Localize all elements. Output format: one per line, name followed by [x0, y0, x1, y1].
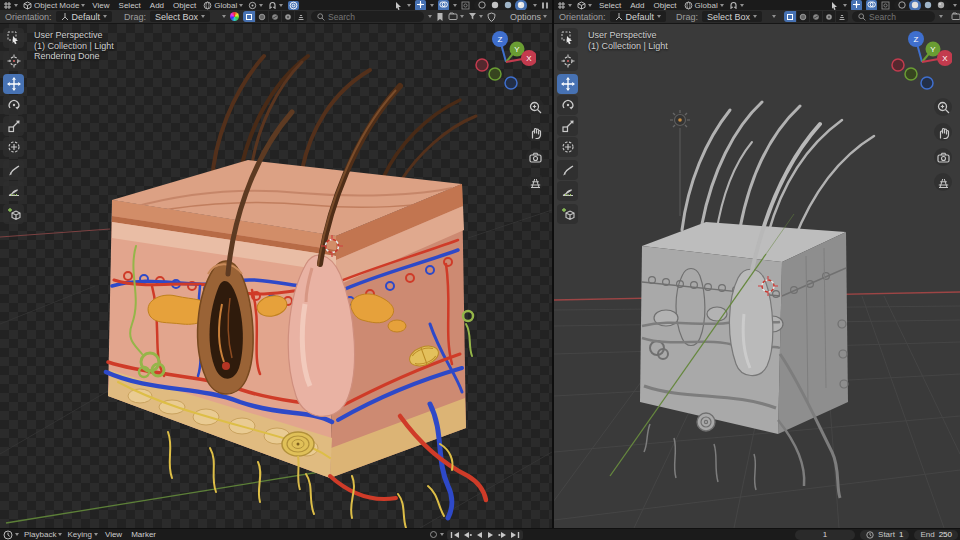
color-wheel-icon[interactable] — [230, 12, 239, 21]
orientation-select[interactable]: Default — [56, 11, 113, 22]
search-input[interactable] — [328, 12, 418, 22]
transform-orientation-dropdown[interactable]: Global — [684, 1, 724, 10]
camera-view-button[interactable] — [934, 148, 952, 166]
xray-toggle-icon[interactable] — [461, 1, 470, 10]
zoom-button[interactable] — [526, 98, 544, 116]
overlays-toggle[interactable] — [438, 0, 449, 10]
tool-measure[interactable] — [557, 181, 578, 201]
tool-select-box[interactable] — [557, 28, 578, 48]
tool-annotate[interactable] — [3, 160, 24, 180]
menu-keying[interactable]: Keying — [67, 530, 97, 539]
shading-rendered-button[interactable] — [935, 0, 947, 10]
pan-hand-button[interactable] — [526, 123, 544, 141]
collection-dropdown[interactable] — [951, 12, 960, 21]
menu-playback[interactable]: Playback — [24, 530, 62, 539]
shading-rendered-button[interactable] — [515, 0, 527, 10]
tool-transform[interactable] — [3, 137, 24, 157]
toggle-vertex[interactable] — [256, 11, 268, 22]
transform-orientation-dropdown[interactable]: Global — [203, 1, 243, 10]
tool-rotate[interactable] — [557, 95, 578, 115]
tool-select-box[interactable] — [3, 28, 24, 48]
next-keyframe-button[interactable] — [497, 530, 509, 540]
menu-object[interactable]: Object — [171, 1, 198, 10]
search-input[interactable] — [869, 12, 929, 22]
toggle-increment[interactable] — [243, 11, 255, 22]
tool-move[interactable] — [3, 74, 24, 94]
menu-marker[interactable]: Marker — [129, 530, 158, 539]
menu-view[interactable]: View — [103, 530, 124, 539]
tool-annotate[interactable] — [557, 160, 578, 180]
tool-add-cube[interactable] — [3, 204, 24, 224]
toggle-increment[interactable] — [784, 11, 796, 22]
xray-toggle-icon[interactable] — [881, 1, 890, 10]
toggle-vertex[interactable] — [797, 11, 809, 22]
proportional-edit-toggle[interactable] — [288, 1, 299, 10]
toggle-face[interactable] — [282, 11, 294, 22]
shield-icon[interactable] — [487, 12, 496, 22]
toggle-volume[interactable] — [295, 11, 307, 22]
menu-object[interactable]: Object — [651, 1, 678, 10]
shading-wireframe-button[interactable] — [896, 0, 908, 10]
shading-material-button[interactable] — [922, 0, 934, 10]
play-reverse-button[interactable] — [473, 530, 485, 540]
toggle-face[interactable] — [823, 11, 835, 22]
prev-keyframe-button[interactable] — [461, 530, 473, 540]
tool-cursor[interactable] — [557, 51, 578, 71]
jump-to-start-button[interactable] — [449, 530, 461, 540]
start-frame-field[interactable]: Start 1 — [860, 530, 909, 540]
tool-move[interactable] — [557, 74, 578, 94]
toggle-volume[interactable] — [836, 11, 848, 22]
perspective-toggle-button[interactable] — [526, 173, 544, 191]
viewport-canvas-right[interactable]: User Perspective (1) Collection | Light — [554, 24, 960, 528]
collection-dropdown[interactable] — [448, 12, 464, 21]
chevron-down-icon[interactable] — [440, 533, 444, 536]
menu-add[interactable]: Add — [148, 1, 166, 10]
jump-to-end-button[interactable] — [509, 530, 521, 540]
play-button[interactable] — [485, 530, 497, 540]
menu-select[interactable]: Select — [117, 1, 143, 10]
chevron-down-icon[interactable] — [222, 15, 226, 18]
drag-select[interactable]: Select Box — [702, 11, 762, 22]
menu-view[interactable]: View — [90, 1, 111, 10]
select-cursor-icon[interactable] — [830, 1, 839, 10]
perspective-toggle-button[interactable] — [934, 173, 952, 191]
tool-transform[interactable] — [557, 137, 578, 157]
drag-select[interactable]: Select Box — [150, 11, 210, 22]
shading-material-button[interactable] — [502, 0, 514, 10]
viewport-canvas-left[interactable]: User Perspective (1) Collection | Light … — [0, 24, 552, 528]
menu-select[interactable]: Select — [597, 1, 623, 10]
navigation-gizmo[interactable]: Z Y X — [888, 28, 952, 94]
shading-wireframe-button[interactable] — [476, 0, 488, 10]
tool-add-cube[interactable] — [557, 204, 578, 224]
pan-hand-button[interactable] — [934, 123, 952, 141]
gizmo-toggle[interactable] — [415, 0, 426, 10]
tool-rotate[interactable] — [3, 95, 24, 115]
orientation-select[interactable]: Default — [610, 11, 667, 22]
toggle-edge[interactable] — [269, 11, 281, 22]
current-frame-field[interactable]: 1 — [795, 530, 855, 540]
chevron-down-icon[interactable] — [939, 15, 943, 18]
toggle-edge[interactable] — [810, 11, 822, 22]
navigation-gizmo[interactable]: Z Y X — [472, 28, 536, 94]
search-box[interactable] — [852, 11, 935, 22]
search-box[interactable] — [311, 11, 424, 22]
end-frame-field[interactable]: End 250 — [914, 530, 958, 540]
options-dropdown[interactable]: Options — [510, 12, 547, 22]
overlays-toggle[interactable] — [866, 0, 877, 10]
select-cursor-icon[interactable] — [394, 1, 403, 10]
camera-view-button[interactable] — [526, 148, 544, 166]
editor-type-button[interactable] — [3, 530, 19, 540]
snap-dropdown[interactable] — [268, 1, 283, 10]
menu-add[interactable]: Add — [628, 1, 646, 10]
pause-icon[interactable] — [541, 1, 549, 10]
mode-dropdown[interactable]: Object Mode — [23, 1, 85, 10]
pivot-dropdown[interactable] — [248, 1, 263, 10]
editor-type-button[interactable] — [3, 1, 18, 10]
editor-type-button[interactable] — [557, 1, 572, 10]
tool-cursor[interactable] — [3, 51, 24, 71]
snap-dropdown[interactable] — [729, 1, 744, 10]
zoom-button[interactable] — [934, 98, 952, 116]
filter-dropdown[interactable] — [468, 12, 483, 21]
gizmo-toggle[interactable] — [851, 0, 862, 10]
chevron-down-icon[interactable] — [428, 15, 432, 18]
